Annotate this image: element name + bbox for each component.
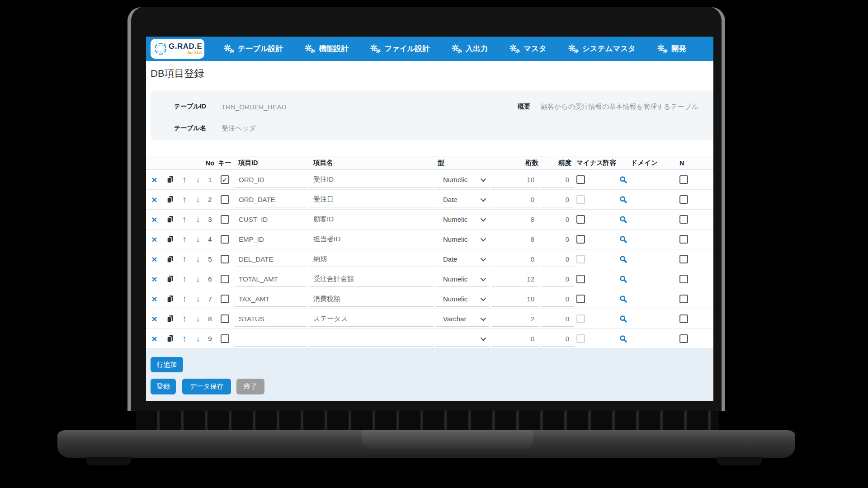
delete-row-icon[interactable]: × <box>151 274 157 284</box>
digits-input[interactable]: 0 <box>492 331 539 347</box>
domain-search-icon[interactable] <box>617 190 671 209</box>
clipped-column-checkbox[interactable] <box>679 255 688 263</box>
copy-row-icon[interactable] <box>163 210 177 229</box>
precision-input[interactable]: 0 <box>542 252 574 267</box>
field-id-input[interactable] <box>235 331 307 347</box>
copy-row-icon[interactable] <box>163 230 177 249</box>
field-name-input[interactable] <box>310 331 434 347</box>
minus-allow-checkbox[interactable]: ✓ <box>576 334 585 343</box>
copy-row-icon[interactable] <box>163 289 177 309</box>
key-checkbox[interactable]: ✓ <box>221 334 229 343</box>
copy-row-icon[interactable] <box>163 190 177 209</box>
clipped-column-checkbox[interactable] <box>679 195 688 204</box>
app-logo[interactable]: G.RAD.E for AI-D <box>151 39 204 59</box>
nav-item-master[interactable]: マスタ <box>509 44 547 54</box>
move-down-icon[interactable]: ↓ <box>196 195 200 204</box>
clipped-column-checkbox[interactable] <box>679 275 688 283</box>
delete-row-icon[interactable]: × <box>151 215 157 224</box>
copy-row-icon[interactable] <box>163 329 177 348</box>
move-down-icon[interactable]: ↓ <box>196 255 200 263</box>
delete-row-icon[interactable]: × <box>151 294 157 304</box>
copy-row-icon[interactable] <box>163 309 177 328</box>
key-checkbox[interactable]: ✓ <box>221 275 229 283</box>
digits-input[interactable]: 2 <box>492 311 539 327</box>
precision-input[interactable]: 0 <box>542 331 574 347</box>
type-select[interactable] <box>436 331 489 347</box>
move-down-icon[interactable]: ↓ <box>196 314 200 323</box>
save-data-button[interactable]: データ保存 <box>182 379 231 394</box>
exit-button[interactable]: 終了 <box>236 379 264 394</box>
field-id-input[interactable]: EMP_ID <box>235 232 307 247</box>
domain-search-icon[interactable] <box>617 289 671 309</box>
domain-search-icon[interactable] <box>617 269 671 289</box>
key-checkbox[interactable]: ✓ <box>221 314 229 323</box>
field-name-input[interactable]: 顧客ID <box>310 212 434 227</box>
digits-input[interactable]: 0 <box>492 252 539 267</box>
nav-item-table-design[interactable]: テーブル設計 <box>223 44 283 54</box>
minus-allow-checkbox[interactable]: ✓ <box>576 314 585 323</box>
domain-search-icon[interactable] <box>617 230 671 249</box>
delete-row-icon[interactable]: × <box>151 254 157 264</box>
nav-item-file-design[interactable]: ファイル設計 <box>370 44 430 54</box>
move-down-icon[interactable]: ↓ <box>196 275 200 283</box>
type-select[interactable]: Varchar <box>436 311 489 327</box>
register-button[interactable]: 登録 <box>151 379 176 394</box>
field-id-input[interactable]: STATUS <box>235 311 307 327</box>
field-name-input[interactable]: 受注ID <box>310 172 434 188</box>
precision-input[interactable]: 0 <box>542 192 574 207</box>
field-name-input[interactable]: 納期 <box>310 252 434 267</box>
delete-row-icon[interactable]: × <box>151 235 157 244</box>
delete-row-icon[interactable]: × <box>151 175 157 184</box>
type-select[interactable]: Numelic <box>436 232 489 247</box>
delete-row-icon[interactable]: × <box>151 195 157 204</box>
minus-allow-checkbox[interactable]: ✓ <box>576 235 585 244</box>
move-down-icon[interactable]: ↓ <box>196 334 200 343</box>
move-down-icon[interactable]: ↓ <box>196 215 200 224</box>
move-down-icon[interactable]: ↓ <box>196 175 200 184</box>
nav-item-system-master[interactable]: システムマスタ <box>568 44 636 54</box>
move-up-icon[interactable]: ↑ <box>182 295 187 303</box>
digits-input[interactable]: 8 <box>492 212 539 227</box>
key-checkbox[interactable]: ✓ <box>221 175 229 184</box>
precision-input[interactable]: 0 <box>542 232 574 247</box>
move-up-icon[interactable]: ↑ <box>182 314 187 323</box>
move-up-icon[interactable]: ↑ <box>182 195 187 204</box>
move-up-icon[interactable]: ↑ <box>182 215 187 224</box>
copy-row-icon[interactable] <box>163 170 177 189</box>
type-select[interactable]: Numelic <box>436 212 489 227</box>
copy-row-icon[interactable] <box>163 249 177 269</box>
field-name-input[interactable]: ステータス <box>310 311 434 327</box>
move-down-icon[interactable]: ↓ <box>196 235 200 244</box>
clipped-column-checkbox[interactable] <box>679 314 688 323</box>
digits-input[interactable]: 10 <box>492 172 539 188</box>
field-id-input[interactable]: TOTAL_AMT <box>235 272 307 287</box>
type-select[interactable]: Date <box>436 252 489 267</box>
delete-row-icon[interactable]: × <box>151 334 157 343</box>
add-row-button[interactable]: 行追加 <box>151 357 183 372</box>
clipped-column-checkbox[interactable] <box>679 175 688 184</box>
minus-allow-checkbox[interactable]: ✓ <box>576 275 585 283</box>
field-id-input[interactable]: DEL_DATE <box>235 252 307 267</box>
type-select[interactable]: Date <box>436 192 489 207</box>
move-up-icon[interactable]: ↑ <box>182 255 187 263</box>
domain-search-icon[interactable] <box>617 170 671 189</box>
type-select[interactable]: Numelic <box>436 272 489 287</box>
minus-allow-checkbox[interactable]: ✓ <box>576 255 585 263</box>
minus-allow-checkbox[interactable]: ✓ <box>576 175 585 184</box>
nav-item-function-design[interactable]: 機能設計 <box>304 44 349 54</box>
precision-input[interactable]: 0 <box>542 172 574 188</box>
nav-item-development[interactable]: 開発 <box>657 44 686 54</box>
domain-search-icon[interactable] <box>617 249 671 269</box>
key-checkbox[interactable]: ✓ <box>221 295 229 303</box>
domain-search-icon[interactable] <box>617 210 671 229</box>
digits-input[interactable]: 10 <box>492 291 539 307</box>
key-checkbox[interactable]: ✓ <box>221 235 229 244</box>
minus-allow-checkbox[interactable]: ✓ <box>576 295 585 303</box>
precision-input[interactable]: 0 <box>542 291 574 307</box>
precision-input[interactable]: 0 <box>542 212 574 227</box>
field-name-input[interactable]: 消費税額 <box>310 291 434 307</box>
move-up-icon[interactable]: ↑ <box>182 334 187 343</box>
field-name-input[interactable]: 受注合計金額 <box>310 272 434 287</box>
field-id-input[interactable]: ORD_DATE <box>235 192 307 207</box>
copy-row-icon[interactable] <box>163 269 177 289</box>
